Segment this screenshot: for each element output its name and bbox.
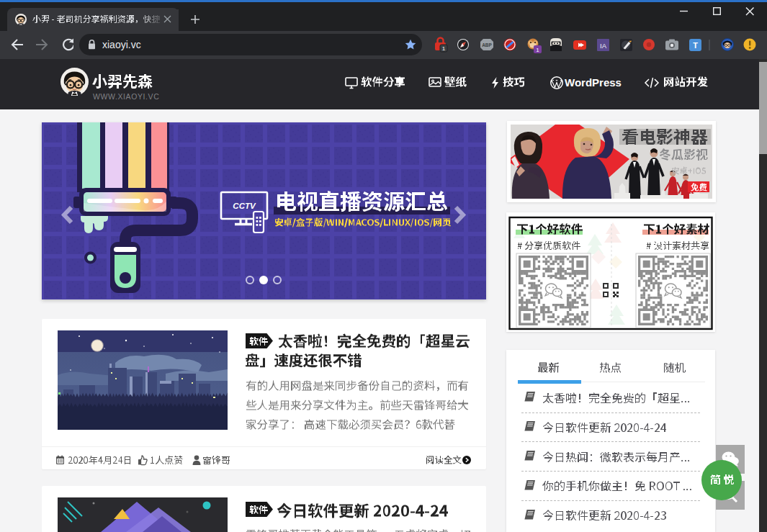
- svg-text:1: 1: [536, 47, 539, 53]
- svg-text:IA: IA: [600, 42, 607, 50]
- svg-text:ABP: ABP: [482, 42, 492, 48]
- svg-text:1: 1: [442, 45, 446, 52]
- svg-text:CCTV: CCTV: [233, 202, 256, 210]
- svg-text:T: T: [693, 41, 698, 50]
